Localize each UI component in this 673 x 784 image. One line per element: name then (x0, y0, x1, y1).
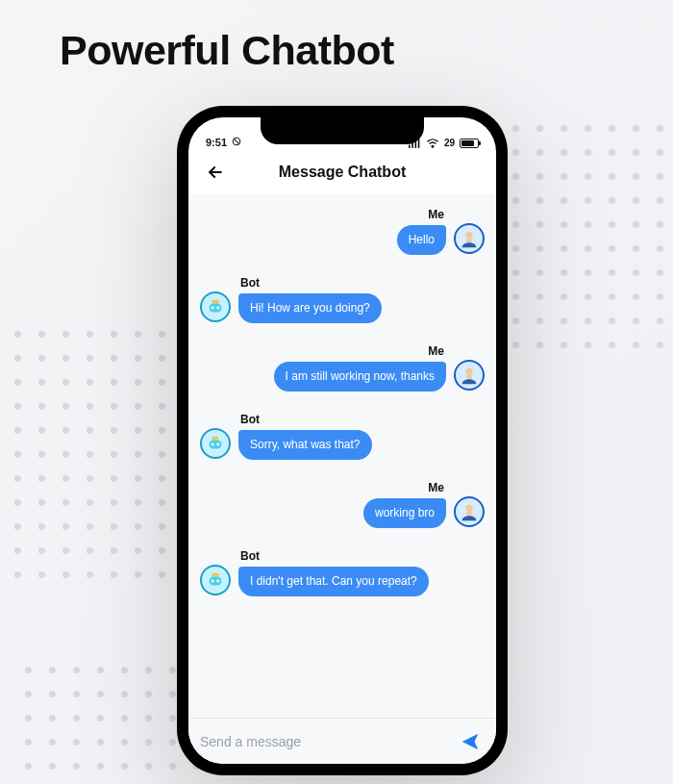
decorative-dot-grid (0, 331, 189, 578)
svg-rect-13 (466, 375, 472, 379)
svg-point-12 (465, 368, 472, 375)
message-row: Me working bro (200, 481, 485, 528)
message-bubble: Sorry, what was that? (238, 430, 372, 460)
screen-title: Message Chatbot (279, 164, 406, 181)
svg-point-18 (465, 505, 472, 512)
sender-label: Bot (238, 549, 262, 563)
avatar-me (454, 360, 485, 391)
send-button[interactable] (456, 727, 485, 756)
message-input[interactable] (200, 734, 446, 749)
page-title: Powerful Chatbot (60, 27, 394, 74)
avatar-bot (200, 428, 231, 459)
message-row: Bot I didn't get that. Can you repeat? (200, 549, 485, 596)
svg-point-15 (212, 443, 214, 445)
svg-point-21 (212, 579, 214, 582)
message-bubble: I am still working now, thanks (274, 362, 446, 392)
sender-label: Me (426, 481, 446, 494)
composer (188, 718, 496, 764)
do-not-disturb-icon (232, 137, 241, 148)
sender-label: Bot (238, 276, 262, 290)
arrow-left-icon (206, 163, 225, 182)
svg-rect-19 (466, 512, 472, 516)
status-time: 9:51 (206, 137, 227, 148)
svg-point-22 (216, 579, 219, 582)
sender-label: Me (426, 208, 446, 221)
message-bubble: Hi! How are you doing? (238, 293, 382, 323)
svg-point-16 (216, 443, 219, 445)
phone-screen: 9:51 29 (188, 117, 496, 764)
message-bubble: Hello (397, 225, 446, 255)
message-bubble: I didn't get that. Can you repeat? (238, 567, 429, 596)
battery-icon (460, 139, 479, 148)
sender-label: Bot (238, 413, 262, 426)
svg-rect-1 (409, 144, 411, 147)
phone-notch (261, 117, 424, 144)
wifi-icon (426, 139, 439, 148)
message-row: Me I am still working now, thanks (200, 344, 485, 392)
avatar-bot (200, 565, 231, 595)
app-header: Message Chatbot (188, 150, 496, 194)
svg-rect-14 (210, 440, 222, 448)
sender-label: Me (426, 344, 446, 358)
message-row: Bot Hi! How are you doing? (200, 276, 485, 323)
chat-body[interactable]: Me Hello Bot Hi! How are you doing? (188, 194, 496, 718)
svg-point-6 (465, 232, 472, 239)
avatar-me (454, 223, 485, 254)
svg-rect-23 (212, 573, 218, 577)
svg-point-9 (212, 306, 214, 309)
message-row: Me Hello (200, 208, 485, 255)
message-bubble: working bro (363, 498, 446, 528)
svg-rect-8 (210, 303, 222, 312)
svg-rect-11 (212, 300, 218, 304)
svg-rect-7 (466, 239, 472, 242)
avatar-bot (200, 291, 231, 322)
svg-point-5 (432, 145, 434, 147)
svg-rect-20 (210, 576, 222, 585)
send-icon (460, 731, 481, 752)
svg-point-10 (216, 306, 219, 309)
phone-mockup: 9:51 29 (177, 106, 508, 775)
back-button[interactable] (202, 159, 229, 186)
avatar-me (454, 496, 485, 527)
battery-percent: 29 (444, 138, 455, 148)
svg-rect-17 (212, 437, 218, 441)
message-row: Bot Sorry, what was that? (200, 413, 485, 460)
